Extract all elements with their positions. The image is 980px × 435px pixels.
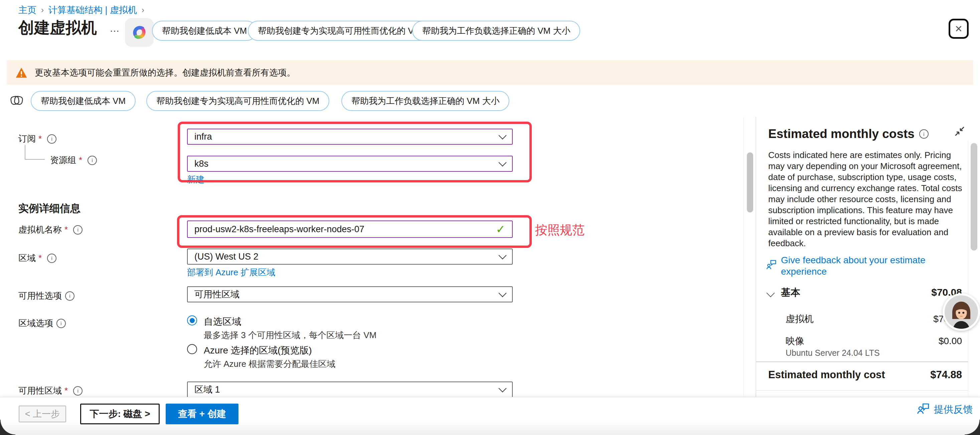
give-feedback-link[interactable]: 提供反馈 [916, 403, 973, 416]
cost-panel-heading: Estimated monthly costs i [768, 127, 929, 141]
suggestion-high-availability-vm-2[interactable]: 帮助我创建专为实现高可用性而优化的 VM [146, 91, 329, 111]
create-vm-page: 主页 › 计算基础结构 | 虚拟机 › 创建虚拟机 … 帮助我创建低成本 VM … [0, 0, 980, 435]
breadcrumb-section[interactable]: 计算基础结构 | 虚拟机 [48, 4, 137, 16]
availability-zone-dropdown[interactable]: 区域 1 [187, 382, 513, 398]
vm-name-value: prod-usw2-k8s-freeleaps-worker-nodes-07 [194, 224, 364, 234]
review-create-button[interactable]: 查看 + 创建 [165, 403, 239, 424]
main-scrollbar-thumb[interactable] [747, 152, 753, 212]
zone-option-self-label[interactable]: 自选区域 [204, 315, 241, 328]
page-title: 创建虚拟机 [18, 18, 97, 38]
info-icon[interactable]: i [47, 253, 56, 263]
chevron-down-icon [498, 131, 506, 139]
availability-zone-value: 区域 1 [194, 384, 220, 395]
zone-option-auto-desc: 允许 Azure 根据需要分配最佳区域 [204, 358, 335, 370]
panel-bottom-hr [756, 390, 968, 390]
more-options-icon[interactable]: … [110, 23, 120, 34]
radio-self-select-zones[interactable] [187, 315, 197, 325]
previous-step-button[interactable]: < 上一步 [19, 406, 66, 422]
extended-zone-link[interactable]: 部署到 Azure 扩展区域 [187, 267, 275, 278]
zone-option-self-desc: 最多选择 3 个可用性区域，每个区域一台 VM [204, 330, 376, 341]
availability-options-value: 可用性区域 [194, 288, 240, 300]
breadcrumb-home[interactable]: 主页 [18, 4, 37, 16]
zone-options-label: 区域选项 i [18, 317, 66, 329]
vm-name-label: 虚拟机名称* i [18, 224, 83, 236]
warning-text: 更改基本选项可能会重置所做的选择。创建虚拟机前查看所有选项。 [35, 67, 295, 78]
subscription-dropdown[interactable]: infra [187, 129, 513, 145]
warning-banner: 更改基本选项可能会重置所做的选择。创建虚拟机前查看所有选项。 [7, 60, 973, 85]
cost-panel-description: Costs indicated here are estimates only.… [768, 150, 964, 249]
info-icon[interactable]: i [919, 129, 929, 139]
info-icon[interactable]: i [65, 292, 75, 301]
cost-row-image: 映像 $0.00 [786, 335, 962, 347]
availability-options-label: 可用性选项 i [18, 290, 75, 302]
resource-group-value: k8s [194, 159, 208, 169]
suggestion-right-vm-size-2[interactable]: 帮助我为工作负载选择正确的 VM 大小 [341, 91, 509, 111]
collapse-panel-icon[interactable] [954, 126, 965, 138]
info-icon[interactable]: i [47, 134, 56, 143]
annotation-text: 按照规范 [535, 222, 584, 239]
panel-scrollbar-thumb[interactable] [970, 143, 977, 250]
radio-azure-selected-zones[interactable] [187, 344, 197, 354]
chevron-down-icon [498, 158, 506, 166]
expand-basic-chevron-icon[interactable] [767, 289, 775, 297]
close-icon[interactable]: ✕ [948, 19, 969, 39]
resource-group-dropdown[interactable]: k8s [187, 156, 513, 172]
cost-total-row: Estimated monthly cost $74.88 [768, 369, 962, 381]
suggestion-low-cost-vm-2[interactable]: 帮助我创建低成本 VM [31, 91, 135, 111]
feedback-bubbles-icon [766, 259, 777, 277]
breadcrumb-separator-icon: › [142, 5, 144, 15]
scrollbar-track [968, 140, 968, 397]
region-dropdown[interactable]: (US) West US 2 [187, 249, 513, 265]
info-icon[interactable]: i [88, 156, 97, 165]
scrollbar-track [743, 117, 744, 397]
instance-details-heading: 实例详细信息 [18, 201, 81, 215]
info-icon[interactable]: i [56, 319, 66, 328]
breadcrumb: 主页 › 计算基础结构 | 虚拟机 › [18, 4, 144, 16]
availability-options-dropdown[interactable]: 可用性区域 [187, 286, 513, 302]
copilot-logo-icon[interactable] [125, 18, 154, 47]
valid-check-icon: ✓ [496, 223, 506, 236]
presenter-avatar[interactable] [943, 293, 980, 331]
subscription-label: 订阅* i [18, 133, 56, 145]
zone-option-auto-label[interactable]: Azure 选择的区域(预览版) [204, 344, 312, 357]
region-value: (US) West US 2 [194, 252, 259, 262]
subscription-value: infra [194, 132, 212, 142]
chevron-down-icon [498, 289, 506, 297]
cost-row-vm: 虚拟机 $70.08 [786, 313, 962, 325]
panel-hr [756, 362, 968, 362]
panel-divider [756, 117, 756, 397]
info-icon[interactable]: i [73, 386, 83, 395]
estimate-feedback-link[interactable]: Give feedback about your estimate experi… [766, 255, 964, 277]
availability-zone-label: 可用性区域* i [18, 385, 83, 397]
screen-corner [0, 420, 15, 435]
cost-row-basic: 基本 $70.08 [781, 286, 962, 300]
feedback-person-icon [916, 403, 930, 416]
warning-icon [15, 67, 27, 78]
info-icon[interactable]: i [73, 225, 83, 234]
region-label: 区域* i [18, 252, 56, 264]
image-sku-subtext: Ubuntu Server 24.04 LTS [786, 348, 880, 358]
suggestion-right-vm-size[interactable]: 帮助我为工作负载选择正确的 VM 大小 [412, 21, 580, 41]
tree-connector [25, 145, 45, 160]
resource-group-label: 资源组* i [50, 155, 97, 166]
create-new-link[interactable]: 新建 [187, 174, 204, 185]
screen-corner [965, 420, 980, 435]
vm-name-input[interactable]: prod-usw2-k8s-freeleaps-worker-nodes-07 … [187, 220, 513, 238]
chevron-down-icon [498, 384, 506, 392]
suggestion-high-availability-vm[interactable]: 帮助我创建专为实现高可用性而优化的 VM [248, 21, 431, 41]
next-step-disks-button[interactable]: 下一步: 磁盘 > [80, 403, 160, 424]
chevron-down-icon [498, 251, 506, 259]
suggestion-low-cost-vm[interactable]: 帮助我创建低成本 VM [152, 21, 257, 41]
copilot-outline-icon [9, 92, 25, 108]
breadcrumb-separator-icon: › [41, 5, 44, 15]
